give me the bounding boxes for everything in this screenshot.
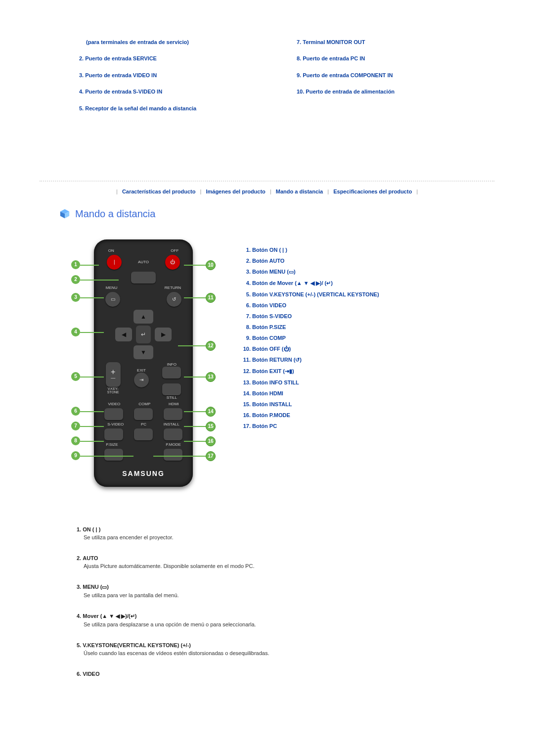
- port-item: 10. Puerto de entrada de alimentación: [297, 88, 494, 95]
- hdmi-button[interactable]: [164, 408, 182, 420]
- callout-2: 2: [71, 275, 80, 284]
- label-video: VIDEO: [108, 402, 120, 406]
- callout-4: 4: [71, 328, 80, 336]
- callout-12: 12: [206, 341, 216, 351]
- label-auto: AUTO: [138, 260, 149, 264]
- label-comp: COMP: [138, 402, 150, 406]
- legend-item: Botón HDMI: [252, 390, 379, 396]
- legend-item: Botón OFF (⏻): [252, 346, 379, 352]
- label-install: INSTALL: [164, 422, 179, 426]
- dpad-left[interactable]: ◀: [115, 328, 132, 341]
- dpad-enter[interactable]: ↵: [136, 326, 151, 343]
- port-item: 2. Puerto de entrada SERVICE: [79, 55, 277, 62]
- install-button[interactable]: [164, 428, 182, 440]
- label-vkeystone: V.KEY- STONE: [106, 387, 121, 394]
- off-button[interactable]: ⏻: [165, 255, 180, 270]
- port-item: (para terminales de entrada de servicio): [79, 39, 277, 46]
- menu-button[interactable]: ▭: [105, 292, 120, 307]
- callout-14: 14: [206, 407, 216, 417]
- power-off-icon: ⏻: [170, 259, 175, 265]
- label-info: INFO: [162, 362, 181, 367]
- callout-1: 1: [71, 260, 80, 269]
- label-pc: PC: [141, 422, 146, 426]
- detail-item: 4. Mover (▲ ▼ ◀ ▶)/(↵) Se utiliza para d…: [77, 613, 433, 627]
- callout-15: 15: [206, 422, 216, 431]
- nav-link-remote[interactable]: Mando a distancia: [276, 189, 323, 194]
- legend-item: Botón INFO STILL: [252, 379, 379, 385]
- legend-item: Botón V.KEYSTONE (+/-) (VERTICAL KEYSTON…: [252, 291, 379, 297]
- brand-logo: SAMSUNG: [99, 470, 188, 477]
- port-item: 9. Puerto de entrada COMPONENT IN: [297, 72, 494, 79]
- port-item: 7. Terminal MONITOR OUT: [297, 39, 494, 46]
- label-still: STILL: [162, 395, 181, 400]
- remote-diagram: ON OFF | AUTO ⏻ MENU RETURN ▭: [69, 239, 218, 497]
- vkeystone-button[interactable]: +—: [106, 362, 121, 387]
- legend-item: Botón EXIT (⇥▮): [252, 368, 379, 375]
- info-button[interactable]: [162, 367, 181, 378]
- callout-7: 7: [71, 422, 80, 430]
- nav-link-features[interactable]: Características del producto: [122, 189, 196, 194]
- subnav: | Características del producto | Imágene…: [40, 181, 494, 194]
- legend-item: Botón S-VIDEO: [252, 313, 379, 319]
- legend-item: Botón MENU (▭): [252, 269, 379, 275]
- detail-item: 6. VIDEO: [77, 671, 433, 677]
- pmode-button[interactable]: [164, 449, 182, 461]
- callout-5: 5: [71, 372, 80, 381]
- svideo-button[interactable]: [104, 428, 123, 440]
- callout-11: 11: [206, 293, 216, 303]
- legend-list: Botón ON ( | ) Botón AUTO Botón MENU (▭)…: [242, 242, 379, 434]
- menu-icon: ▭: [111, 296, 115, 302]
- callout-3: 3: [71, 293, 80, 302]
- legend-item: Botón ON ( | ): [252, 247, 379, 253]
- detail-item: 1. ON ( | ) Se utiliza para encender el …: [77, 526, 433, 540]
- remote-body: ON OFF | AUTO ⏻ MENU RETURN ▭: [94, 239, 193, 487]
- dpad-up[interactable]: ▲: [134, 310, 153, 324]
- return-button[interactable]: ↺: [167, 292, 181, 307]
- still-button[interactable]: [162, 383, 181, 395]
- legend-item: Botón P.MODE: [252, 412, 379, 418]
- section-title: Mando a distancia: [75, 208, 155, 220]
- label-svideo: S-VIDEO: [107, 422, 124, 426]
- power-on-icon: |: [114, 259, 115, 265]
- port-item: 8. Puerto de entrada PC IN: [297, 55, 494, 62]
- legend-item: Botón COMP: [252, 335, 379, 341]
- callout-6: 6: [71, 407, 80, 416]
- legend-item: Botón de Mover (▲ ▼ ◀ ▶)/ (↵): [252, 280, 379, 286]
- legend-item: Botón VIDEO: [252, 302, 379, 308]
- label-pmode: P.MODE: [166, 442, 181, 447]
- detail-item: 3. MENU (▭) Se utiliza para ver la panta…: [77, 584, 433, 598]
- button-details: 1. ON ( | ) Se utiliza para encender el …: [77, 526, 433, 677]
- label-hdmi: HDMI: [169, 402, 178, 406]
- ports-list: (para terminales de entrada de servicio)…: [79, 30, 494, 121]
- ports-right-column: 7. Terminal MONITOR OUT 8. Puerto de ent…: [297, 30, 494, 121]
- callout-16: 16: [206, 436, 216, 446]
- auto-button[interactable]: [131, 272, 156, 284]
- ports-left-column: (para terminales de entrada de servicio)…: [79, 30, 277, 121]
- pc-button[interactable]: [134, 428, 153, 440]
- comp-button[interactable]: [134, 408, 153, 420]
- section-header: Mando a distancia: [59, 208, 494, 220]
- nav-link-images[interactable]: Imágenes del producto: [206, 189, 265, 194]
- exit-button[interactable]: ⇥: [134, 373, 149, 387]
- port-item: 5. Receptor de la señal del mando a dist…: [79, 105, 277, 112]
- legend-item: Botón RETURN (↺): [252, 357, 379, 363]
- nav-link-specs[interactable]: Especificaciones del producto: [333, 189, 412, 194]
- label-menu: MENU: [106, 285, 118, 290]
- label-off: OFF: [171, 248, 178, 253]
- legend-item: Botón PC: [252, 423, 379, 429]
- enter-icon: ↵: [141, 331, 146, 338]
- callout-10: 10: [206, 260, 216, 270]
- dpad-down[interactable]: ▼: [134, 345, 153, 359]
- video-button[interactable]: [104, 408, 123, 420]
- dpad: ▲ ▼ ◀ ▶ ↵: [111, 310, 176, 359]
- callout-17: 17: [206, 451, 216, 461]
- legend-item: Botón INSTALL: [252, 401, 379, 407]
- psize-button[interactable]: [104, 449, 123, 461]
- dpad-right[interactable]: ▶: [155, 328, 172, 341]
- port-item: 3. Puerto de entrada VIDEO IN: [79, 72, 277, 79]
- callout-13: 13: [206, 372, 216, 382]
- port-item: 4. Puerto de entrada S-VIDEO IN: [79, 88, 277, 95]
- on-button[interactable]: |: [107, 255, 122, 270]
- section-cube-icon: [59, 208, 70, 219]
- callout-9: 9: [71, 451, 80, 460]
